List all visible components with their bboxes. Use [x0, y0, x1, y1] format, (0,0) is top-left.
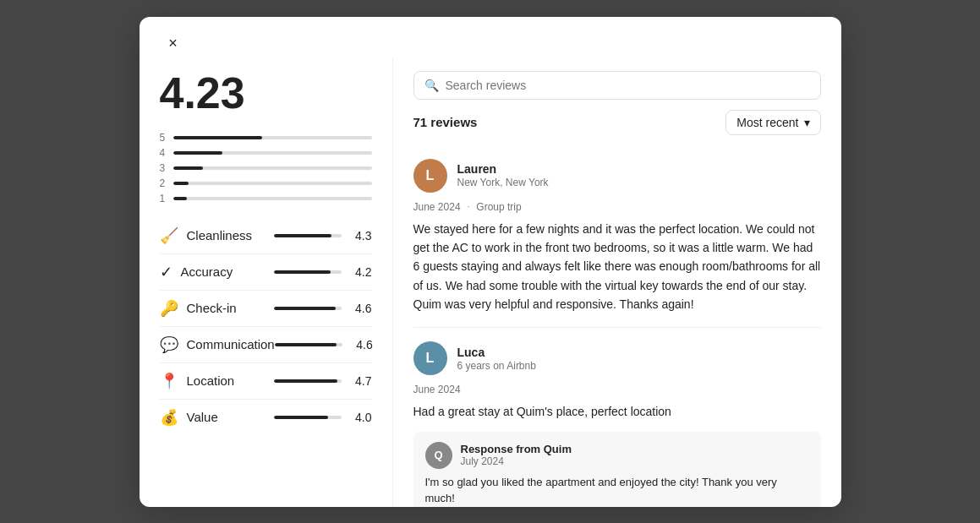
category-icon: 💬: [160, 335, 178, 354]
rating-label-wrap: 💰 Value: [160, 408, 218, 427]
category-label: Cleanliness: [187, 228, 253, 242]
star-dist-row: 3: [160, 162, 372, 174]
search-icon: 🔍: [424, 79, 439, 92]
category-icon: 🧹: [160, 226, 178, 245]
modal-body: 4.23 5 4 3 2 1 🧹: [140, 57, 841, 507]
rating-number: 4.23: [160, 71, 245, 115]
rating-label-wrap: ✓ Accuracy: [160, 263, 233, 281]
reviews-list: L Lauren New York, New York June 2024 · …: [393, 145, 841, 507]
star-dist-label: 4: [160, 147, 167, 159]
host-avatar: Q: [425, 442, 452, 469]
rating-bar-wrap: 4.2: [274, 265, 372, 279]
reviewer-info: Lauren New York, New York: [457, 162, 821, 188]
reviewer-avatar: L: [413, 341, 447, 375]
rating-label-wrap: 📍 Location: [160, 372, 235, 390]
category-rating-row: 🔑 Check-in 4.6: [160, 291, 372, 327]
reviewer-avatar: L: [413, 159, 447, 193]
review-text: We stayed here for a few nights and it w…: [413, 220, 821, 314]
star-distribution: 5 4 3 2 1: [160, 132, 372, 204]
category-label: Location: [187, 373, 235, 388]
category-value: 4.6: [349, 338, 373, 351]
modal-header: ×: [140, 17, 841, 57]
category-icon: 🔑: [160, 299, 178, 318]
response-header: Q Response from Quim July 2024: [425, 442, 809, 469]
dot: ·: [468, 202, 470, 211]
rating-bar-wrap: 4.3: [274, 229, 372, 242]
star-dist-bar: [173, 166, 372, 170]
category-value: 4.6: [348, 302, 372, 315]
search-box[interactable]: 🔍: [413, 71, 821, 100]
category-icon: 📍: [160, 372, 178, 390]
reviews-modal: × 4.23 5 4 3 2 1: [140, 17, 841, 507]
rating-bar-wrap: 4.0: [274, 411, 372, 424]
reviewer-sub: 6 years on Airbnb: [457, 360, 821, 372]
review-date: June 2024: [413, 384, 461, 395]
review-date: June 2024: [413, 201, 461, 213]
star-dist-row: 4: [160, 147, 372, 159]
star-dist-row: 1: [160, 193, 372, 204]
response-date: July 2024: [461, 455, 572, 467]
star-dist-label: 2: [160, 177, 167, 189]
rating-bar-wrap: 4.7: [274, 374, 372, 388]
star-dist-label: 3: [160, 162, 167, 174]
host-response: Q Response from Quim July 2024 I'm so gl…: [413, 432, 821, 507]
sort-dropdown[interactable]: Most recent ▾: [725, 110, 820, 135]
rating-bar-wrap: 4.6: [275, 338, 373, 351]
close-button[interactable]: ×: [160, 30, 187, 57]
category-value: 4.2: [348, 265, 372, 279]
category-ratings: 🧹 Cleanliness 4.3 ✓ Accuracy 4.2 🔑 Check…: [160, 218, 372, 435]
left-panel: 4.23 5 4 3 2 1 🧹: [140, 57, 393, 507]
category-rating-row: ✓ Accuracy 4.2: [160, 254, 372, 291]
star-dist-label: 5: [160, 132, 167, 144]
reviewer-header: L Luca 6 years on Airbnb: [413, 341, 821, 375]
star-dist-bar: [173, 197, 372, 200]
category-icon: 💰: [160, 408, 178, 427]
category-rating-row: 💰 Value 4.0: [160, 400, 372, 435]
review-item: L Lauren New York, New York June 2024 · …: [413, 145, 821, 329]
star-dist-bar: [173, 151, 372, 155]
right-panel: 🔍 71 reviews Most recent ▾ L Lauren: [393, 57, 841, 507]
reviewer-header: L Lauren New York, New York: [413, 159, 821, 193]
star-dist-row: 5: [160, 132, 372, 144]
rating-label-wrap: 🧹 Cleanliness: [160, 226, 253, 245]
star-dist-bar: [173, 182, 372, 185]
overall-rating-section: 4.23: [160, 71, 372, 115]
chevron-down-icon: ▾: [804, 116, 810, 129]
review-item: L Luca 6 years on Airbnb June 2024 Had a…: [413, 328, 821, 506]
star-dist-row: 2: [160, 177, 372, 189]
reviewer-name: Lauren: [457, 162, 821, 176]
category-rating-row: 💬 Communication 4.6: [160, 327, 372, 363]
reviews-count: 71 reviews: [413, 115, 478, 129]
category-label: Check-in: [187, 301, 237, 315]
category-label: Accuracy: [181, 264, 233, 279]
category-rating-row: 📍 Location 4.7: [160, 363, 372, 400]
star-dist-bar: [173, 136, 372, 139]
review-trip-type: Group trip: [476, 201, 521, 213]
category-value: 4.0: [348, 411, 372, 424]
category-rating-row: 🧹 Cleanliness 4.3: [160, 218, 372, 254]
response-host-name: Response from Quim: [461, 443, 572, 455]
category-value: 4.7: [348, 374, 372, 388]
search-input[interactable]: [446, 79, 810, 92]
rating-bar-wrap: 4.6: [274, 302, 372, 315]
category-value: 4.3: [348, 229, 372, 242]
category-label: Communication: [187, 337, 275, 351]
category-label: Value: [187, 410, 218, 424]
rating-label-wrap: 🔑 Check-in: [160, 299, 237, 318]
reviews-top-bar: 71 reviews Most recent ▾: [393, 110, 841, 145]
rating-label-wrap: 💬 Communication: [160, 335, 275, 354]
reviewer-name: Luca: [457, 346, 821, 359]
review-meta: June 2024 · Group trip: [413, 201, 821, 213]
category-icon: ✓: [160, 263, 172, 281]
response-info: Response from Quim July 2024: [461, 443, 572, 467]
modal-overlay[interactable]: × 4.23 5 4 3 2 1: [0, 0, 980, 523]
response-text: I'm so glad you liked the apartment and …: [425, 474, 809, 507]
star-dist-label: 1: [160, 193, 167, 204]
reviewer-sub: New York, New York: [457, 177, 821, 188]
review-meta: June 2024: [413, 384, 821, 395]
sort-label: Most recent: [736, 116, 798, 129]
reviewer-info: Luca 6 years on Airbnb: [457, 346, 821, 372]
search-section: 🔍: [393, 57, 841, 110]
review-text: Had a great stay at Quim's place, perfec…: [413, 402, 821, 421]
